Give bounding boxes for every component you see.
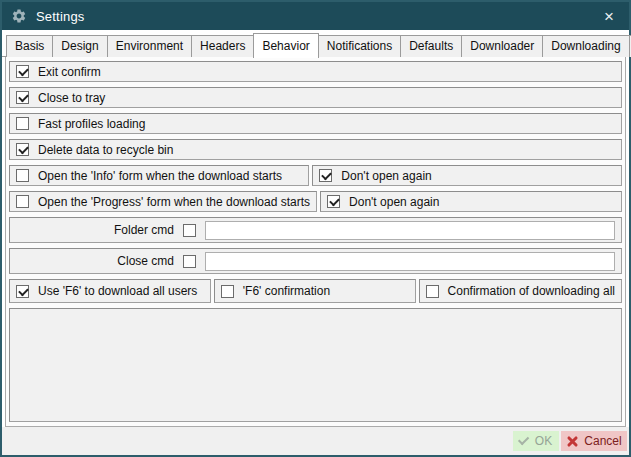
tab-downloading[interactable]: Downloading [542,35,629,57]
info-form-row: Open the 'Info' form when the download s… [9,165,622,186]
info-form-panel: Open the 'Info' form when the download s… [9,165,309,186]
info-dont-open-panel: Don't open again [312,165,622,186]
tab-notifications[interactable]: Notifications [318,35,401,57]
confirm-download-all-label: Confirmation of downloading all [448,284,615,298]
ok-button[interactable]: OK [513,431,559,451]
tab-headers[interactable]: Headers [191,35,254,57]
progress-dont-open-checkbox[interactable] [327,195,340,208]
exit-confirm-row: Exit confirm [9,61,622,82]
recycle-bin-row: Delete data to recycle bin [9,139,622,160]
tab-strip: Basis Design Environment Headers Behavio… [2,30,629,57]
title-bar: Settings × [2,2,629,30]
close-to-tray-checkbox[interactable] [16,91,29,104]
f6-download-panel: Use 'F6' to download all users [9,279,211,303]
close-to-tray-label: Close to tray [38,91,105,105]
confirm-download-all-panel: Confirmation of downloading all [419,279,622,303]
ok-label: OK [535,434,552,448]
folder-cmd-label: Folder cmd [16,223,174,237]
close-to-tray-row: Close to tray [9,87,622,108]
progress-dont-open-panel: Don't open again [320,191,622,212]
close-cmd-label: Close cmd [16,254,174,268]
tab-defaults[interactable]: Defaults [400,35,462,57]
f6-confirmation-label: 'F6' confirmation [243,284,330,298]
folder-cmd-checkbox[interactable] [183,224,196,237]
folder-cmd-row: Folder cmd [9,217,622,243]
tab-design[interactable]: Design [52,35,107,57]
exit-confirm-checkbox[interactable] [16,65,29,78]
f6-confirmation-checkbox[interactable] [221,285,234,298]
recycle-bin-label: Delete data to recycle bin [38,143,173,157]
ok-check-icon [518,434,529,445]
close-cmd-checkbox[interactable] [183,255,196,268]
cancel-x-icon [566,435,579,448]
footer-bar: OK Cancel [2,427,629,455]
recycle-bin-checkbox[interactable] [16,143,29,156]
info-dont-open-label: Don't open again [341,169,431,183]
fast-profiles-row: Fast profiles loading [9,113,622,134]
window-title: Settings [36,9,85,24]
progress-dont-open-label: Don't open again [349,195,439,209]
close-icon[interactable]: × [598,5,620,27]
info-form-checkbox[interactable] [16,169,29,182]
exit-confirm-label: Exit confirm [38,65,101,79]
progress-form-panel: Open the 'Progress' form when the downlo… [9,191,317,212]
f6-confirmation-panel: 'F6' confirmation [214,279,416,303]
close-cmd-row: Close cmd [9,248,622,274]
cancel-button[interactable]: Cancel [561,431,627,451]
tab-environment[interactable]: Environment [107,35,192,57]
tab-downloader[interactable]: Downloader [461,35,543,57]
behavior-tab-page: Exit confirm Close to tray Fast profiles… [5,57,626,427]
progress-form-label: Open the 'Progress' form when the downlo… [38,195,310,209]
folder-cmd-input[interactable] [205,221,615,240]
progress-form-checkbox[interactable] [16,195,29,208]
f6-download-label: Use 'F6' to download all users [38,284,197,298]
f6-row: Use 'F6' to download all users 'F6' conf… [9,279,622,303]
progress-form-row: Open the 'Progress' form when the downlo… [9,191,622,212]
gear-icon [11,8,27,24]
close-cmd-input[interactable] [205,252,615,271]
info-form-label: Open the 'Info' form when the download s… [38,169,282,183]
info-dont-open-checkbox[interactable] [319,169,332,182]
tab-behavior[interactable]: Behavior [253,33,318,58]
tab-basis[interactable]: Basis [6,35,53,57]
cancel-label: Cancel [584,434,621,448]
settings-window: Settings × Basis Design Environment Head… [0,0,631,457]
fast-profiles-checkbox[interactable] [16,117,29,130]
empty-panel [9,308,622,422]
confirm-download-all-checkbox[interactable] [426,285,439,298]
fast-profiles-label: Fast profiles loading [38,117,145,131]
f6-download-checkbox[interactable] [16,285,29,298]
